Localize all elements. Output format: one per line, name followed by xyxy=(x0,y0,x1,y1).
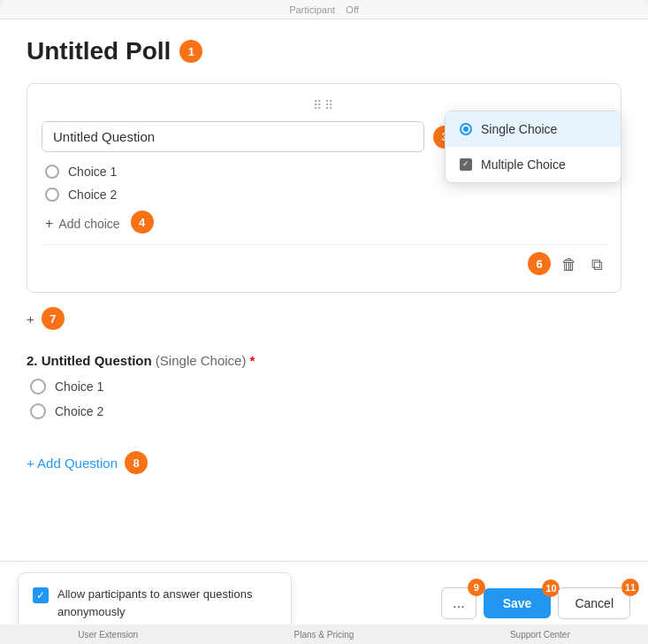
allow-anon-text: Allow participants to answer questions a… xyxy=(57,586,277,620)
footer-item-3[interactable]: Support Center xyxy=(510,630,570,640)
question2-required: * xyxy=(250,353,255,368)
add-question-row: + Add Question 8 xyxy=(27,451,621,474)
choice2-row: Choice 2 xyxy=(42,188,606,202)
section-plus-icon: + xyxy=(27,311,34,326)
add-section-btn[interactable]: + xyxy=(27,311,34,326)
q2-choice2-row: Choice 2 xyxy=(27,403,621,419)
q2-choice1-radio[interactable] xyxy=(30,379,46,395)
main-container: Participant Off Untitled Poll 1 ⠿⠿ 3 Sin… xyxy=(0,0,648,644)
dropdown-multiple-choice[interactable]: Multiple Choice xyxy=(446,147,621,182)
badge-1: 1 xyxy=(179,40,202,63)
multiple-choice-check-icon xyxy=(460,158,472,171)
add-choice-label: Add choice xyxy=(58,217,119,231)
badge-8: 8 xyxy=(125,451,148,474)
choice1-label: Choice 1 xyxy=(68,165,117,179)
badge-11: 11 xyxy=(621,579,639,596)
page-title: Untitled Poll xyxy=(27,37,171,65)
choice1-radio[interactable] xyxy=(45,165,59,179)
badge-10: 10 xyxy=(542,579,560,597)
footer-item-2[interactable]: Plans & Pricing xyxy=(294,630,354,640)
q2-choice1-row: Choice 1 xyxy=(27,379,621,395)
top-status: Off xyxy=(346,4,358,15)
top-bar: Participant Off xyxy=(0,0,648,19)
multiple-choice-label: Multiple Choice xyxy=(481,157,566,172)
badge-6: 6 xyxy=(528,252,551,275)
poll-title-row: Untitled Poll 1 xyxy=(27,37,621,65)
cancel-button[interactable]: Cancel xyxy=(558,587,630,619)
question2-number: 2. xyxy=(27,353,38,368)
badge-4: 4 xyxy=(131,211,154,234)
question2-title-text: Untitled Question xyxy=(42,353,152,368)
delete-button[interactable]: 🗑 xyxy=(558,252,581,278)
question1-input[interactable] xyxy=(42,121,424,152)
add-question-button[interactable]: + Add Question xyxy=(27,456,118,471)
section-divider: + 7 xyxy=(27,307,621,330)
action-buttons: 6 🗑 ⧉ xyxy=(42,244,606,278)
content-area: Untitled Poll 1 ⠿⠿ 3 Single Choice ▾ 2 C xyxy=(0,19,648,506)
top-participant-label: Participant xyxy=(289,4,335,15)
question2-type-hint: (Single Choice) xyxy=(156,353,247,368)
choice2-radio[interactable] xyxy=(45,188,59,202)
badge-9: 9 xyxy=(468,579,485,596)
bottom-actions: ... 9 Save 10 Cancel 11 xyxy=(441,587,630,619)
save-button[interactable]: Save xyxy=(484,588,552,618)
single-choice-radio-icon xyxy=(460,123,472,135)
plus-icon: + xyxy=(45,216,53,232)
add-question-label: + Add Question xyxy=(27,456,118,471)
q2-choice2-label: Choice 2 xyxy=(55,404,103,418)
duplicate-button[interactable]: ⧉ xyxy=(588,252,606,278)
question2-block: 2. Untitled Question (Single Choice) * C… xyxy=(27,344,621,437)
dropdown-single-choice[interactable]: Single Choice xyxy=(446,111,621,147)
allow-anon-checkbox[interactable] xyxy=(33,587,49,603)
q2-choice1-label: Choice 1 xyxy=(55,380,103,394)
add-choice-btn[interactable]: + Add choice xyxy=(42,216,120,232)
single-choice-label: Single Choice xyxy=(481,122,557,136)
choice2-label: Choice 2 xyxy=(68,188,117,202)
footer-bar: User Extension Plans & Pricing Support C… xyxy=(0,625,648,644)
q2-choice2-radio[interactable] xyxy=(30,403,46,419)
question2-title: 2. Untitled Question (Single Choice) * xyxy=(27,353,621,368)
footer-item-1[interactable]: User Extension xyxy=(78,630,138,640)
badge-7: 7 xyxy=(42,307,65,330)
type-dropdown-menu: Single Choice Multiple Choice xyxy=(445,111,621,183)
